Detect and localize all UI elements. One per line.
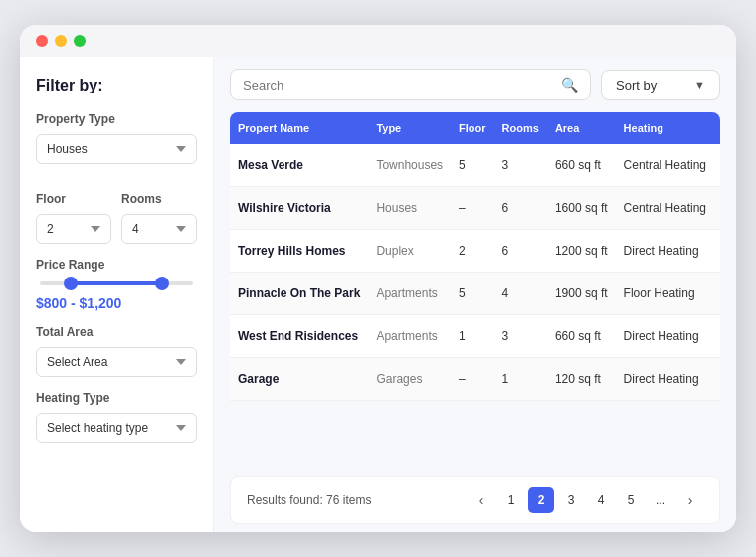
rooms-label: Rooms [121, 192, 197, 206]
floor-label: Floor [36, 192, 111, 206]
prev-page-button[interactable]: ‹ [469, 487, 494, 513]
page-2-button[interactable]: 2 [528, 487, 554, 513]
cell-type: Houses [368, 187, 451, 230]
cell-heating: Floor Heating [616, 273, 714, 315]
price-range-label: Price Range [36, 258, 197, 272]
table-row: Garage Garages – 1 120 sq ft Direct Heat… [230, 358, 720, 401]
cell-rooms: 3 [494, 144, 547, 187]
cell-area: 1200 sq ft [547, 230, 616, 273]
cell-floor: 1 [451, 315, 494, 358]
table-row: Mesa Verde Townhouses 5 3 660 sq ft Cent… [230, 144, 720, 187]
cell-name: Torrey Hills Homes [230, 230, 368, 273]
cell-area: 120 sq ft [547, 358, 616, 401]
heating-type-label: Heating Type [36, 391, 197, 405]
table-body: Mesa Verde Townhouses 5 3 660 sq ft Cent… [230, 144, 720, 401]
price-value: $800 - $1,200 [36, 295, 197, 311]
cell-heating: Central Heating [616, 144, 714, 187]
filter-title: Filter by: [36, 77, 197, 94]
cell-price: $980.00 [714, 273, 720, 315]
page-4-button[interactable]: 4 [588, 487, 614, 513]
cell-area: 660 sq ft [547, 144, 616, 187]
cell-rooms: 3 [494, 315, 547, 358]
properties-table: Propert Name Type Floor Rooms Area Heati… [230, 112, 720, 401]
col-rooms: Rooms [494, 112, 547, 144]
page-1-button[interactable]: 1 [498, 487, 524, 513]
cell-heating: Direct Heating [616, 358, 714, 401]
col-name: Propert Name [230, 112, 368, 144]
slider-fill [71, 281, 162, 285]
cell-floor: 2 [451, 230, 494, 273]
cell-area: 660 sq ft [547, 315, 616, 358]
cell-area: 1900 sq ft [547, 273, 616, 315]
sort-dropdown[interactable]: Sort by ▼ [601, 70, 720, 100]
cell-heating: Direct Heating [616, 230, 714, 273]
properties-table-container: Propert Name Type Floor Rooms Area Heati… [230, 112, 720, 468]
cell-name: Wilshire Victoria [230, 187, 368, 230]
pagination: ‹ 1 2 3 4 5 ... › [469, 487, 703, 513]
col-area: Area [547, 112, 616, 144]
dot-red[interactable] [36, 35, 48, 47]
slider-thumb-right[interactable] [155, 277, 169, 290]
page-ellipsis: ... [648, 487, 673, 513]
cell-rooms: 1 [494, 358, 547, 401]
topbar: 🔍 Sort by ▼ [214, 57, 736, 112]
table-row: Pinnacle On The Park Apartments 5 4 1900… [230, 273, 720, 315]
cell-name: Pinnacle On The Park [230, 273, 368, 315]
cell-rooms: 4 [494, 273, 547, 315]
cell-floor: 5 [451, 273, 494, 315]
cell-price: $950.00 [714, 144, 720, 187]
cell-name: Garage [230, 358, 368, 401]
table-header: Propert Name Type Floor Rooms Area Heati… [230, 112, 720, 144]
page-3-button[interactable]: 3 [558, 487, 584, 513]
total-area-select[interactable]: Select Area Small (up to 600 sq ft) Medi… [36, 347, 197, 377]
app-window: Filter by: Property Type Houses Apartmen… [20, 25, 736, 532]
cell-area: 1600 sq ft [547, 187, 616, 230]
cell-price: $450.00 [714, 358, 720, 401]
sidebar: Filter by: Property Type Houses Apartmen… [20, 57, 214, 532]
dot-green[interactable] [74, 35, 86, 47]
search-box[interactable]: 🔍 [230, 69, 591, 100]
table-row: Wilshire Victoria Houses – 6 1600 sq ft … [230, 187, 720, 230]
cell-name: Mesa Verde [230, 144, 368, 187]
cell-floor: – [451, 187, 494, 230]
search-icon: 🔍 [561, 77, 578, 93]
chevron-down-icon: ▼ [694, 79, 705, 91]
next-page-button[interactable]: › [677, 487, 703, 513]
cell-name: West End Risidences [230, 315, 368, 358]
property-type-label: Property Type [36, 112, 197, 126]
cell-type: Townhouses [368, 144, 451, 187]
cell-type: Apartments [368, 315, 451, 358]
property-type-select[interactable]: Houses Apartments Townhouses Duplex Gara… [36, 134, 197, 164]
cell-type: Garages [368, 358, 451, 401]
dot-yellow[interactable] [55, 35, 67, 47]
col-type: Type [368, 112, 451, 144]
cell-type: Apartments [368, 273, 451, 315]
title-bar [20, 25, 736, 57]
page-5-button[interactable]: 5 [618, 487, 644, 513]
table-row: West End Risidences Apartments 1 3 660 s… [230, 315, 720, 358]
sort-label: Sort by [616, 78, 657, 93]
window-body: Filter by: Property Type Houses Apartmen… [20, 57, 736, 532]
price-slider-track[interactable] [40, 281, 193, 285]
rooms-select[interactable]: 1 2 3 4 5 6 [121, 214, 197, 244]
slider-thumb-left[interactable] [64, 277, 78, 290]
cell-price: $800.00 [714, 315, 720, 358]
heating-type-select[interactable]: Select heating type Central Heating Dire… [36, 413, 197, 443]
cell-type: Duplex [368, 230, 451, 273]
search-input[interactable] [243, 78, 553, 93]
main-content: 🔍 Sort by ▼ Propert Name Type Floor Room… [214, 57, 736, 532]
cell-rooms: 6 [494, 230, 547, 273]
floor-select[interactable]: 1 2 3 4 5 [36, 214, 111, 244]
cell-rooms: 6 [494, 187, 547, 230]
cell-price: $1,050.00 [714, 187, 720, 230]
cell-floor: 5 [451, 144, 494, 187]
cell-price: $900.00 [714, 230, 720, 273]
pagination-bar: Results found: 76 items ‹ 1 2 3 4 5 ... … [230, 476, 720, 524]
cell-heating: Direct Heating [616, 315, 714, 358]
cell-floor: – [451, 358, 494, 401]
col-heating: Heating [616, 112, 714, 144]
col-price: Price [714, 112, 720, 144]
total-area-label: Total Area [36, 325, 197, 339]
table-row: Torrey Hills Homes Duplex 2 6 1200 sq ft… [230, 230, 720, 273]
col-floor: Floor [451, 112, 494, 144]
